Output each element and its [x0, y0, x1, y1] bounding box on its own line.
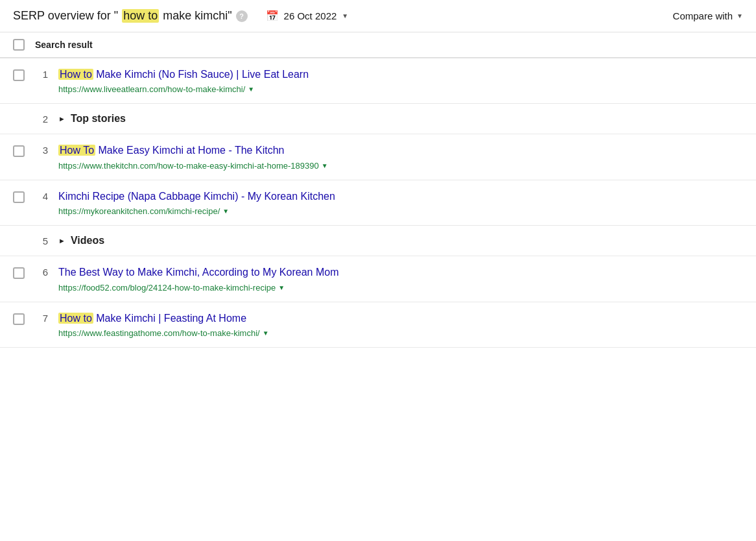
help-icon[interactable]: ? [236, 10, 248, 22]
special-content[interactable]: ► Top stories [58, 113, 126, 125]
url-dropdown-arrow[interactable]: ▼ [278, 284, 285, 291]
result-title-text: Make Kimchi (No Fish Sauce) | Live Eat L… [93, 69, 309, 80]
list-item: 5 ► Videos [0, 226, 756, 256]
select-all-checkbox[interactable] [13, 39, 25, 51]
table-row: 6 The Best Way to Make Kimchi, According… [0, 256, 756, 302]
result-url: https://food52.com/blog/24124-how-to-mak… [58, 283, 743, 293]
column-header-search-result: Search result [35, 40, 93, 50]
url-dropdown-arrow[interactable]: ▼ [263, 330, 269, 337]
result-title-text: Make Easy Kimchi at Home - The Kitchn [95, 145, 284, 156]
page-header: SERP overview for "how to make kimchi" ?… [0, 0, 756, 32]
result-title-text: The Best Way to Make Kimchi, According t… [58, 267, 338, 278]
list-item: 2 ► Top stories [0, 104, 756, 134]
result-title-text: Make Kimchi | Feasting At Home [93, 313, 246, 324]
row-content: How To Make Easy Kimchi at Home - The Ki… [58, 143, 743, 170]
row-checkbox[interactable] [13, 313, 25, 325]
result-title-link[interactable]: How to Make Kimchi | Feasting At Home [58, 311, 743, 326]
row-number: 7 [35, 311, 48, 324]
date-dropdown-arrow: ▼ [342, 12, 348, 19]
expand-arrow-icon[interactable]: ► [58, 115, 65, 123]
compare-dropdown-arrow: ▼ [737, 12, 743, 19]
title-keyword-highlight: How to [58, 313, 93, 324]
table-row: 3 How To Make Easy Kimchi at Home - The … [0, 134, 756, 180]
expand-arrow-icon[interactable]: ► [58, 237, 65, 245]
url-dropdown-arrow[interactable]: ▼ [222, 208, 229, 215]
url-text[interactable]: https://www.thekitchn.com/how-to-make-ea… [58, 161, 319, 171]
compare-label: Compare with [673, 10, 733, 21]
date-text: 26 Oct 2022 [284, 10, 337, 21]
row-checkbox[interactable] [13, 267, 25, 279]
row-number: 4 [35, 189, 48, 202]
row-checkbox[interactable] [13, 145, 25, 157]
row-content: Kimchi Recipe (Napa Cabbage Kimchi) - My… [58, 189, 743, 216]
result-title-link[interactable]: Kimchi Recipe (Napa Cabbage Kimchi) - My… [58, 189, 743, 204]
result-url: https://www.feastingathome.com/how-to-ma… [58, 328, 743, 338]
title-suffix: make kimchi" [163, 9, 231, 23]
result-title-text: Kimchi Recipe (Napa Cabbage Kimchi) - My… [58, 191, 335, 202]
title-highlight: how to [122, 9, 159, 23]
url-text[interactable]: https://www.feastingathome.com/how-to-ma… [58, 328, 260, 338]
results-table: 1 How to Make Kimchi (No Fish Sauce) | L… [0, 58, 756, 348]
result-url: https://www.thekitchn.com/how-to-make-ea… [58, 161, 743, 171]
url-text[interactable]: https://food52.com/blog/24124-how-to-mak… [58, 283, 276, 293]
row-number: 1 [35, 67, 48, 80]
title-prefix: SERP overview for " [13, 9, 118, 23]
row-number: 3 [35, 143, 48, 156]
title-keyword-highlight: How To [58, 145, 95, 156]
row-content: The Best Way to Make Kimchi, According t… [58, 265, 743, 292]
date-selector[interactable]: 📅 26 Oct 2022 ▼ [266, 10, 349, 22]
result-title-link[interactable]: How to Make Kimchi (No Fish Sauce) | Liv… [58, 67, 743, 82]
row-checkbox[interactable] [13, 191, 25, 203]
compare-with-button[interactable]: Compare with ▼ [673, 10, 743, 21]
special-content[interactable]: ► Videos [58, 235, 104, 246]
special-label: Top stories [71, 113, 126, 125]
row-number: 2 [35, 114, 48, 125]
url-dropdown-arrow[interactable]: ▼ [322, 162, 328, 169]
row-number: 5 [35, 235, 48, 246]
row-checkbox[interactable] [13, 69, 25, 81]
row-content: How to Make Kimchi | Feasting At Home ht… [58, 311, 743, 338]
url-dropdown-arrow[interactable]: ▼ [248, 86, 254, 93]
result-title-link[interactable]: How To Make Easy Kimchi at Home - The Ki… [58, 143, 743, 158]
calendar-icon: 📅 [266, 10, 279, 22]
row-content: How to Make Kimchi (No Fish Sauce) | Liv… [58, 67, 743, 94]
result-title-link[interactable]: The Best Way to Make Kimchi, According t… [58, 265, 743, 280]
table-header: Search result [0, 32, 756, 58]
row-number: 6 [35, 265, 48, 278]
url-text[interactable]: https://www.liveeatlearn.com/how-to-make… [58, 84, 245, 94]
page-title: SERP overview for "how to make kimchi" ? [13, 9, 248, 23]
table-row: 7 How to Make Kimchi | Feasting At Home … [0, 302, 756, 348]
special-label: Videos [71, 235, 104, 246]
table-row: 1 How to Make Kimchi (No Fish Sauce) | L… [0, 58, 756, 104]
result-url: https://mykoreankitchen.com/kimchi-recip… [58, 206, 743, 216]
table-row: 4 Kimchi Recipe (Napa Cabbage Kimchi) - … [0, 180, 756, 226]
title-keyword-highlight: How to [58, 69, 93, 80]
result-url: https://www.liveeatlearn.com/how-to-make… [58, 84, 743, 94]
url-text[interactable]: https://mykoreankitchen.com/kimchi-recip… [58, 206, 220, 216]
